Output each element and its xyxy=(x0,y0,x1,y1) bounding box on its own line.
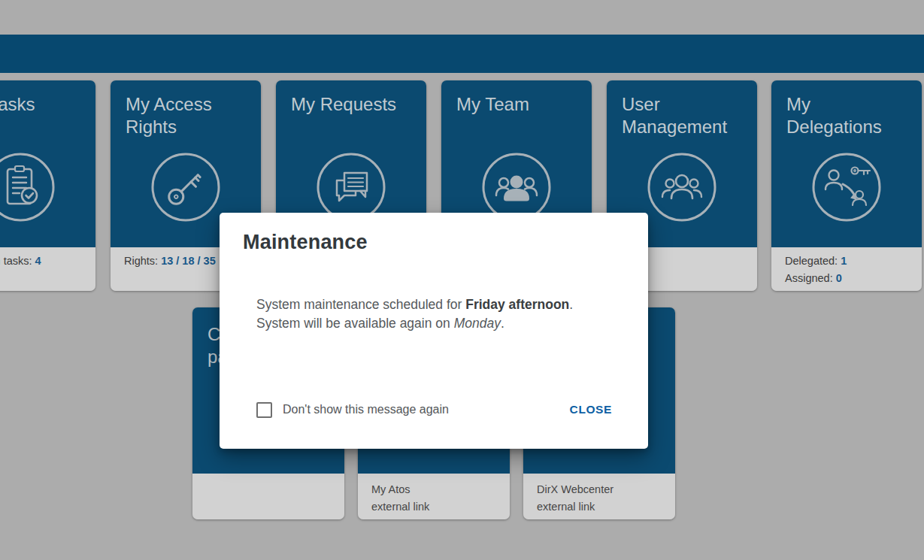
dialog-actions: Don't show this message again CLOSE xyxy=(256,401,612,419)
tile-title: My Requests xyxy=(291,93,413,116)
dialog-body: System maintenance scheduled for Friday … xyxy=(256,295,626,332)
tile-my-tasks-footer: My open tasks:4 xyxy=(0,247,95,291)
stat-assigned: Assigned:0 xyxy=(785,272,908,284)
chat-icon xyxy=(316,152,386,222)
stat-open-tasks: My open tasks:4 xyxy=(0,255,82,267)
dialog-title: Maintenance xyxy=(243,231,368,254)
tile-my-delegations[interactable]: My Delegations Delegated:1 Assigned:0 xyxy=(771,80,922,291)
dont-show-again-checkbox[interactable] xyxy=(256,402,272,418)
users-icon xyxy=(647,152,717,222)
key-icon xyxy=(150,152,221,222)
stat-delegated: Delegated:1 xyxy=(785,255,908,267)
tile-title: My Team xyxy=(456,93,578,116)
tile-my-tasks[interactable]: My Tasks My open tasks:4 xyxy=(0,80,95,291)
dialog-body-line1: System maintenance scheduled for Friday … xyxy=(256,295,626,314)
delegation-icon xyxy=(811,152,882,222)
tile-title: My Tasks xyxy=(0,93,82,116)
tile-my-tasks-header: My Tasks xyxy=(0,80,95,247)
tile-change-password-footer xyxy=(192,474,344,519)
tasks-icon xyxy=(0,152,56,222)
tile-title: My Delegations xyxy=(786,93,908,138)
maintenance-dialog: Maintenance System maintenance scheduled… xyxy=(220,213,648,449)
link-subtitle: external link xyxy=(371,498,496,516)
team-icon xyxy=(481,152,552,222)
close-button[interactable]: CLOSE xyxy=(570,403,612,416)
tile-title: My Access Rights xyxy=(126,93,247,138)
link-title: DirX Webcenter xyxy=(537,481,662,498)
app-header-bar xyxy=(0,35,924,73)
tile-my-delegations-footer: Delegated:1 Assigned:0 xyxy=(771,247,922,291)
dont-show-again-option[interactable]: Don't show this message again xyxy=(256,402,449,418)
tile-title: User Management xyxy=(622,93,744,138)
tile-my-delegations-header: My Delegations xyxy=(771,80,922,247)
dont-show-again-label: Don't show this message again xyxy=(283,403,449,416)
link-subtitle: external link xyxy=(537,498,662,516)
dialog-body-line2: System will be available again on Monday… xyxy=(256,314,626,333)
tile-dirx-webcenter-footer: DirX Webcenter external link xyxy=(523,474,675,519)
link-title: My Atos xyxy=(371,481,496,498)
tile-my-atos-footer: My Atos external link xyxy=(358,474,510,519)
